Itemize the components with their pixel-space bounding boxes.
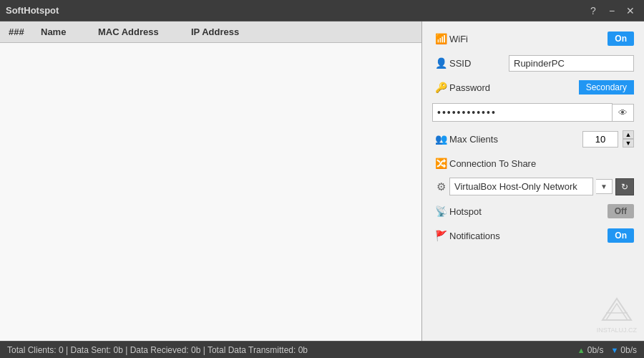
wifi-toggle-group: On — [608, 32, 634, 46]
table-body — [0, 43, 421, 341]
password-button-group: Secondary — [579, 80, 634, 95]
ssid-row: 👤 SSID — [432, 53, 634, 73]
ssid-input[interactable] — [509, 55, 634, 72]
download-icon: ▼ — [610, 346, 618, 354]
table-header: ### Name MAC Address IP Address — [0, 21, 421, 43]
help-button[interactable]: ? — [585, 3, 601, 19]
ssid-label: SSID — [449, 58, 509, 69]
watermark-logo — [599, 295, 635, 324]
notifications-toggle-group: On — [608, 228, 634, 243]
spin-up-button[interactable]: ▲ — [623, 130, 634, 139]
svg-marker-1 — [606, 304, 628, 320]
status-bar: Total Clients: 0 | Data Sent: 0b | Data … — [0, 341, 644, 358]
password-label: Password — [449, 82, 579, 93]
upload-speed: ▲ 0b/s — [577, 345, 604, 355]
user-icon: 👤 — [432, 57, 449, 69]
hotspot-toggle-group: Off — [608, 204, 634, 218]
main-content: ### Name MAC Address IP Address 📶 WiFi O… — [0, 21, 644, 341]
connection-select[interactable]: VirtualBox Host-Only Network Wi-Fi Ether… — [449, 178, 593, 195]
svg-marker-0 — [602, 299, 631, 320]
hotspot-icon: 📡 — [432, 205, 449, 217]
wifi-row: 📶 WiFi On — [432, 29, 634, 49]
hotspot-label: Hotspot — [449, 206, 608, 217]
connection-dropdown-row: ⚙ VirtualBox Host-Only Network Wi-Fi Eth… — [432, 178, 634, 195]
wifi-label: WiFi — [449, 34, 608, 44]
title-controls: ? − ✕ — [585, 3, 638, 19]
download-speed: ▼ 0b/s — [610, 345, 637, 355]
wifi-icon: 📶 — [432, 33, 449, 44]
key-icon: 🔑 — [432, 82, 449, 93]
watermark: INSTALUJ.CZ — [597, 295, 637, 334]
show-password-button[interactable]: 👁 — [613, 104, 634, 122]
watermark-text: INSTALUJ.CZ — [597, 326, 637, 334]
spin-down-button[interactable]: ▼ — [623, 139, 634, 147]
col-header-name: Name — [35, 26, 92, 37]
notifications-toggle[interactable]: On — [608, 228, 634, 243]
secondary-button[interactable]: Secondary — [579, 80, 634, 95]
password-input-row: 👁 — [432, 103, 634, 122]
right-panel: 📶 WiFi On 👤 SSID 🔑 Password Secondary — [422, 21, 644, 341]
password-input[interactable] — [432, 103, 613, 122]
spin-controls: ▲ ▼ — [623, 130, 634, 147]
col-header-ip: IP Address — [185, 26, 271, 37]
hotspot-row: 📡 Hotspot Off — [432, 201, 634, 221]
download-speed-value: 0b/s — [620, 345, 637, 355]
gear-icon: ⚙ — [432, 180, 449, 193]
notifications-row: 🚩 Notifications On — [432, 226, 634, 246]
app-title: SoftHotspot — [6, 5, 59, 16]
close-button[interactable]: ✕ — [623, 3, 638, 19]
refresh-button[interactable]: ↻ — [615, 178, 634, 195]
group-icon: 👥 — [432, 133, 449, 145]
max-clients-controls: ▲ ▼ — [582, 130, 634, 147]
hotspot-toggle[interactable]: Off — [608, 204, 634, 218]
upload-icon: ▲ — [577, 346, 585, 354]
ssid-value-group — [509, 55, 634, 72]
eye-icon: 👁 — [618, 107, 628, 118]
max-clients-label: Max Clients — [449, 134, 582, 145]
title-bar: SoftHotspot ? − ✕ — [0, 0, 644, 21]
dropdown-arrow-icon[interactable]: ▼ — [596, 179, 613, 194]
col-header-hash: ### — [3, 26, 35, 37]
max-clients-input[interactable] — [582, 131, 618, 147]
connection-label: Connection To Share — [449, 158, 634, 169]
col-header-mac: MAC Address — [92, 26, 185, 37]
notifications-icon: 🚩 — [432, 230, 449, 241]
max-clients-row: 👥 Max Clients ▲ ▼ — [432, 129, 634, 149]
password-row: 🔑 Password Secondary — [432, 77, 634, 97]
connection-label-row: 🔀 Connection To Share — [432, 153, 634, 173]
connection-select-group: VirtualBox Host-Only Network Wi-Fi Ether… — [449, 178, 634, 195]
wifi-toggle[interactable]: On — [608, 32, 634, 46]
upload-speed-value: 0b/s — [587, 345, 604, 355]
minimize-button[interactable]: − — [604, 3, 620, 19]
refresh-icon: ↻ — [621, 182, 628, 192]
status-right: ▲ 0b/s ▼ 0b/s — [577, 345, 637, 355]
notifications-label: Notifications — [449, 231, 608, 241]
status-text: Total Clients: 0 | Data Sent: 0b | Data … — [7, 345, 308, 355]
share-icon: 🔀 — [432, 158, 449, 169]
left-panel: ### Name MAC Address IP Address — [0, 21, 422, 341]
